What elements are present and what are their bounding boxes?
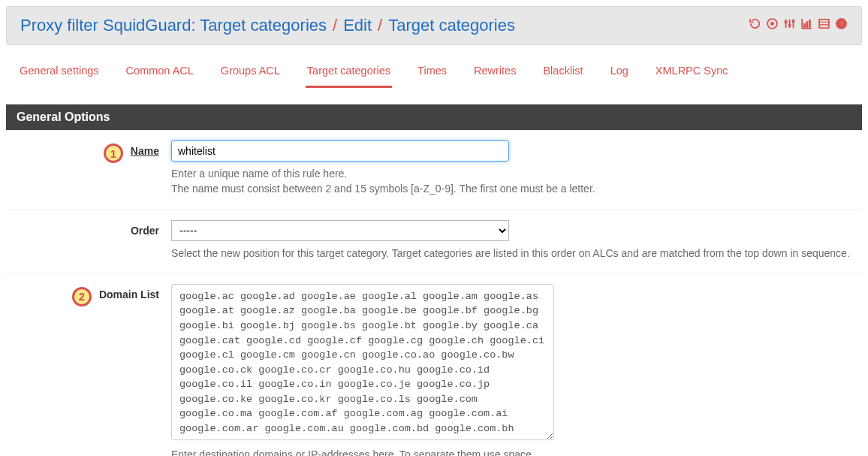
target-icon[interactable] bbox=[766, 17, 779, 34]
general-options-panel: General Options 1 Name Enter a unique na… bbox=[6, 104, 862, 456]
domain-list-textarea[interactable] bbox=[171, 284, 554, 440]
svg-point-3 bbox=[788, 24, 791, 27]
svg-rect-7 bbox=[809, 20, 810, 28]
breadcrumb: Proxy filter SquidGuard: Target categori… bbox=[20, 16, 515, 35]
tab-xmlrpc-sync[interactable]: XMLRPC Sync bbox=[654, 59, 730, 88]
name-label: Name bbox=[131, 145, 159, 157]
domain-list-help: Enter destination domains or IP-addresse… bbox=[171, 447, 851, 456]
breadcrumb-title: Proxy filter SquidGuard: Target categori… bbox=[20, 16, 327, 35]
chart-icon[interactable] bbox=[800, 17, 813, 34]
svg-point-1 bbox=[770, 22, 773, 25]
breadcrumb-sep: / bbox=[333, 16, 337, 35]
domain-list-label: Domain List bbox=[99, 288, 159, 300]
page-header: Proxy filter SquidGuard: Target categori… bbox=[6, 6, 862, 45]
annotation-2: 2 bbox=[72, 287, 92, 307]
list-icon[interactable] bbox=[818, 17, 830, 34]
order-select[interactable]: ----- bbox=[171, 220, 509, 241]
panel-title: General Options bbox=[6, 104, 862, 130]
tab-blacklist[interactable]: Blacklist bbox=[541, 59, 584, 88]
svg-point-2 bbox=[785, 21, 788, 24]
tab-target-categories[interactable]: Target categories bbox=[306, 59, 392, 88]
svg-rect-6 bbox=[806, 22, 808, 28]
breadcrumb-target-categories[interactable]: Target categories bbox=[388, 16, 515, 35]
tab-rewrites[interactable]: Rewrites bbox=[472, 59, 517, 88]
row-name: 1 Name Enter a unique name of this rule … bbox=[6, 130, 862, 210]
svg-rect-8 bbox=[819, 20, 829, 28]
order-help: Select the new position for this target … bbox=[171, 246, 851, 261]
help-icon[interactable]: ? bbox=[835, 17, 848, 34]
name-input[interactable] bbox=[171, 140, 509, 162]
svg-rect-5 bbox=[803, 24, 805, 28]
svg-text:?: ? bbox=[839, 20, 843, 28]
name-help: Enter a unique name of this rule here. T… bbox=[171, 166, 851, 197]
svg-point-4 bbox=[792, 20, 795, 23]
row-order: Order ----- Select the new position for … bbox=[6, 210, 862, 273]
sliders-icon[interactable] bbox=[783, 17, 796, 34]
tab-general-settings[interactable]: General settings bbox=[18, 59, 101, 88]
breadcrumb-sep: / bbox=[378, 16, 382, 35]
header-icon-group: ? bbox=[749, 17, 848, 34]
tab-bar: General settings Common ACL Groups ACL T… bbox=[6, 59, 862, 88]
refresh-icon[interactable] bbox=[749, 17, 761, 34]
order-label: Order bbox=[131, 225, 159, 237]
annotation-1: 1 bbox=[104, 143, 123, 163]
tab-groups-acl[interactable]: Groups ACL bbox=[219, 59, 282, 88]
breadcrumb-edit[interactable]: Edit bbox=[343, 16, 372, 35]
row-domain-list: 2 Domain List Enter destination domains … bbox=[6, 273, 862, 456]
tab-common-acl[interactable]: Common ACL bbox=[125, 59, 195, 88]
tab-times[interactable]: Times bbox=[416, 59, 448, 88]
tab-log[interactable]: Log bbox=[609, 59, 630, 88]
